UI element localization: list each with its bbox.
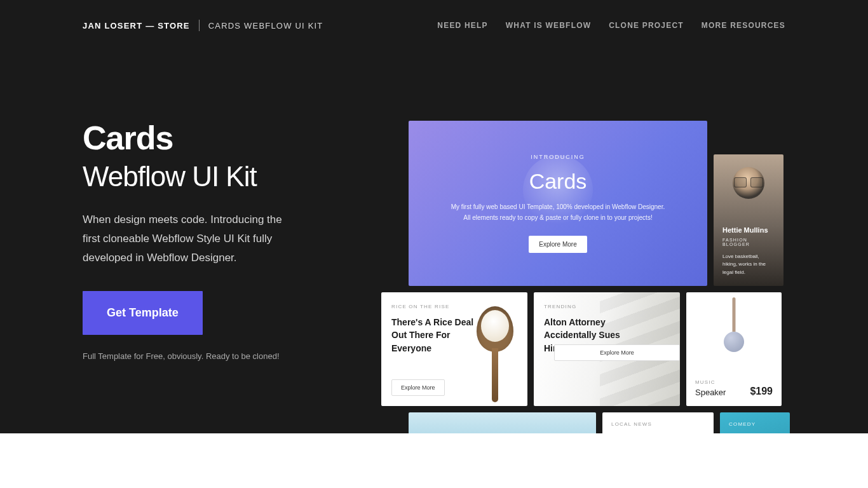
product-eyebrow: MUSIC [695, 379, 726, 385]
card-intro[interactable]: INTRODUCING Cards My first fully web bas… [409, 121, 707, 286]
spoon-icon [473, 306, 517, 398]
intro-explore-button[interactable]: Explore More [529, 236, 587, 253]
intro-copy-1: My first fully web based UI Template, 10… [451, 201, 665, 212]
card-profile[interactable]: Hettie Mullins FASHION BLOGGER Love bask… [714, 154, 783, 286]
nav-link-more-resources[interactable]: MORE RESOURCES [702, 21, 785, 30]
showcase-row-3: LOCAL NEWS Army Vehicle Disappears An Au… [409, 412, 794, 433]
speaker-icon [724, 332, 744, 352]
sunglasses-icon [734, 177, 763, 186]
card-product[interactable]: MUSIC Speaker $199 [686, 292, 782, 406]
product-price: $199 [750, 386, 773, 397]
news-eyebrow: LOCAL NEWS [611, 421, 705, 427]
intro-copy-2: All elements ready to copy & paste or fu… [463, 212, 652, 223]
nav-link-what-is-webflow[interactable]: WHAT IS WEBFLOW [506, 21, 591, 30]
card-sky[interactable] [409, 412, 596, 433]
showcase: INTRODUCING Cards My first fully web bas… [381, 121, 794, 433]
rice-explore-button[interactable]: Explore More [391, 379, 445, 396]
card-rice[interactable]: RICE ON THE RISE There's A Rice Deal Out… [381, 292, 527, 406]
hero-section: JAN LOSERT — STORE CARDS WEBFLOW UI KIT … [0, 0, 868, 433]
profile-info: Hettie Mullins FASHION BLOGGER Love bask… [722, 226, 775, 277]
nav-left: JAN LOSERT — STORE CARDS WEBFLOW UI KIT [83, 20, 323, 31]
attorney-eyebrow: TRENDING [544, 304, 670, 309]
card-news[interactable]: LOCAL NEWS Army Vehicle Disappears An Au… [602, 412, 714, 433]
intro-title: Cards [529, 169, 587, 194]
profile-name: Hettie Mullins [722, 226, 775, 234]
profile-bio: Love basketball, hiking, works in the le… [722, 253, 775, 277]
intro-tag: INTRODUCING [531, 154, 585, 160]
joey-eyebrow: COMEDY [729, 421, 781, 427]
product-name: Speaker [695, 388, 726, 397]
product-image [695, 304, 773, 379]
hero-subtitle: Webflow UI Kit [83, 161, 324, 193]
hero-title: Cards [83, 121, 324, 156]
hero-description: When design meets code. Introducing the … [83, 210, 292, 267]
nav-link-need-help[interactable]: NEED HELP [437, 21, 487, 30]
hero: Cards Webflow UI Kit When design meets c… [0, 51, 868, 433]
profile-role: FASHION BLOGGER [722, 238, 775, 247]
showcase-row-2: RICE ON THE RISE There's A Rice Deal Out… [381, 292, 794, 406]
store-link[interactable]: JAN LOSERT — STORE [83, 21, 199, 30]
nav-link-clone-project[interactable]: CLONE PROJECT [609, 21, 684, 30]
product-footer: MUSIC Speaker $199 [695, 379, 773, 397]
hero-text: Cards Webflow UI Kit When design meets c… [83, 51, 324, 433]
cta-note: Full Template for Free, obviously. Ready… [83, 351, 324, 361]
nav-right: NEED HELP WHAT IS WEBFLOW CLONE PROJECT … [437, 21, 785, 30]
card-joey[interactable]: COMEDY Are you Joey from Friends? [720, 412, 790, 433]
navbar: JAN LOSERT — STORE CARDS WEBFLOW UI KIT … [0, 0, 868, 51]
get-template-button[interactable]: Get Template [83, 291, 203, 335]
card-attorney[interactable]: TRENDING Alton Attorney Accidentally Sue… [534, 292, 680, 406]
breadcrumb[interactable]: CARDS WEBFLOW UI KIT [200, 21, 323, 30]
rice-headline: There's A Rice Deal Out There For Everyo… [391, 316, 474, 355]
showcase-row-1: INTRODUCING Cards My first fully web bas… [381, 121, 794, 286]
attorney-explore-button[interactable]: Explore More [554, 344, 680, 361]
